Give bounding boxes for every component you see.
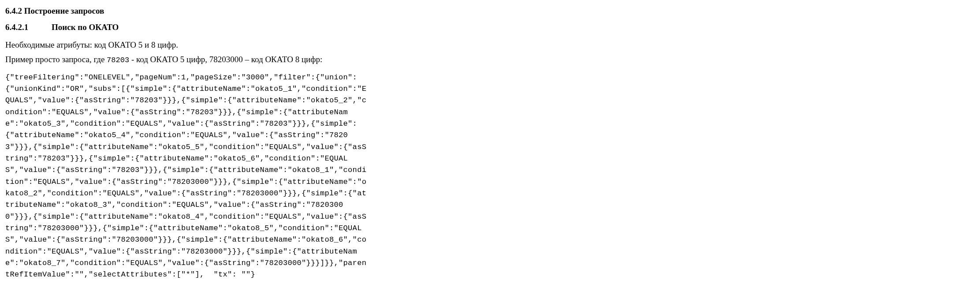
example-intro-text: Пример просто запроса, где 78203 - код О… [5, 54, 975, 66]
example-code-inline: 78203 [107, 56, 129, 64]
required-attributes-text: Необходимые атрибуты: код ОКАТО 5 и 8 ци… [5, 39, 975, 51]
subsection-heading: 6.4.2.1 Поиск по ОКАТО [5, 22, 975, 34]
json-code-block: {"treeFiltering":"ONELEVEL","pageNum":1,… [5, 72, 367, 281]
example-intro-prefix: Пример просто запроса, где [5, 55, 107, 64]
section-number: 6.4.2 [5, 6, 22, 15]
section-title: Построение запросов [24, 6, 104, 15]
example-intro-suffix: - код ОКАТО 5 цифр, 78203000 – код ОКАТО… [129, 55, 322, 64]
subsection-title: Поиск по ОКАТО [52, 22, 119, 32]
subsection-number: 6.4.2.1 [5, 22, 28, 34]
section-heading: 6.4.2 Построение запросов [5, 5, 975, 17]
